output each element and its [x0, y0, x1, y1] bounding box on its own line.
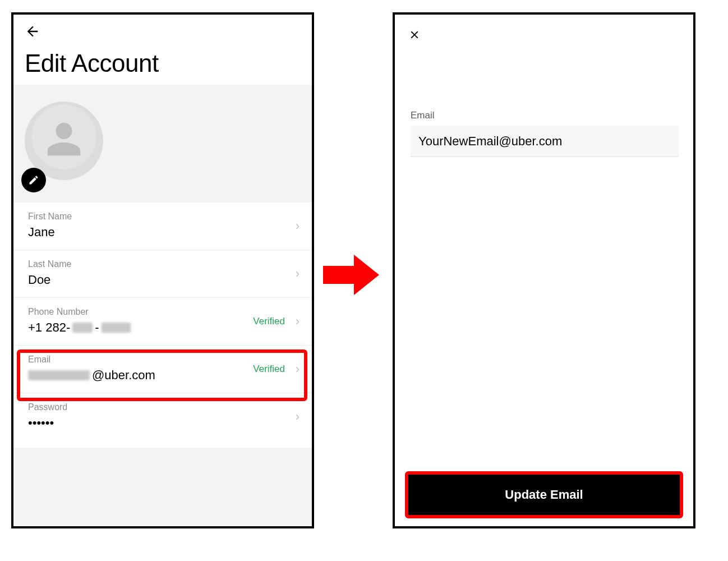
email-row[interactable]: Email @uber.com Verified ›	[13, 346, 312, 393]
first-name-row[interactable]: First Name Jane ›	[13, 203, 312, 250]
pencil-icon	[28, 174, 39, 186]
edit-avatar-button[interactable]	[21, 168, 46, 192]
flow-arrow-icon	[323, 252, 379, 297]
chevron-right-icon: ›	[296, 362, 300, 376]
phone-verified-badge: Verified	[253, 316, 285, 327]
chevron-right-icon: ›	[296, 266, 300, 281]
email-verified-badge: Verified	[253, 364, 285, 375]
first-name-value: Jane	[28, 225, 297, 240]
phone-prefix: +1 282-	[28, 320, 70, 335]
phone-dash: -	[95, 320, 99, 335]
redacted-text	[72, 323, 93, 333]
svg-marker-0	[323, 255, 379, 295]
close-icon[interactable]	[408, 27, 421, 45]
fields-list: First Name Jane › Last Name Doe › Phone …	[13, 203, 312, 440]
last-name-value: Doe	[28, 273, 297, 287]
highlight-box: Update Email	[405, 471, 683, 518]
update-email-screen: Email Update Email	[393, 12, 695, 528]
edit-account-screen: Edit Account First Name Jane › Last Name…	[11, 12, 314, 528]
update-email-button[interactable]: Update Email	[408, 475, 680, 515]
email-field[interactable]	[411, 126, 679, 157]
email-suffix: @uber.com	[92, 368, 155, 383]
password-row[interactable]: Password •••••• ›	[13, 393, 312, 440]
back-arrow-icon[interactable]	[25, 24, 40, 43]
chevron-right-icon: ›	[296, 219, 300, 233]
email-field-label: Email	[411, 110, 435, 121]
first-name-label: First Name	[28, 211, 297, 222]
password-label: Password	[28, 402, 297, 412]
chevron-right-icon: ›	[296, 410, 300, 424]
last-name-label: Last Name	[28, 259, 297, 269]
chevron-right-icon: ›	[296, 314, 300, 329]
last-name-row[interactable]: Last Name Doe ›	[13, 250, 312, 298]
page-title: Edit Account	[25, 49, 159, 77]
password-value: ••••••	[28, 416, 297, 430]
redacted-text	[28, 370, 90, 380]
avatar-section	[13, 85, 312, 203]
redacted-text	[102, 323, 131, 333]
phone-row[interactable]: Phone Number +1 282- - Verified ›	[13, 298, 312, 346]
bottom-filler	[13, 448, 312, 526]
